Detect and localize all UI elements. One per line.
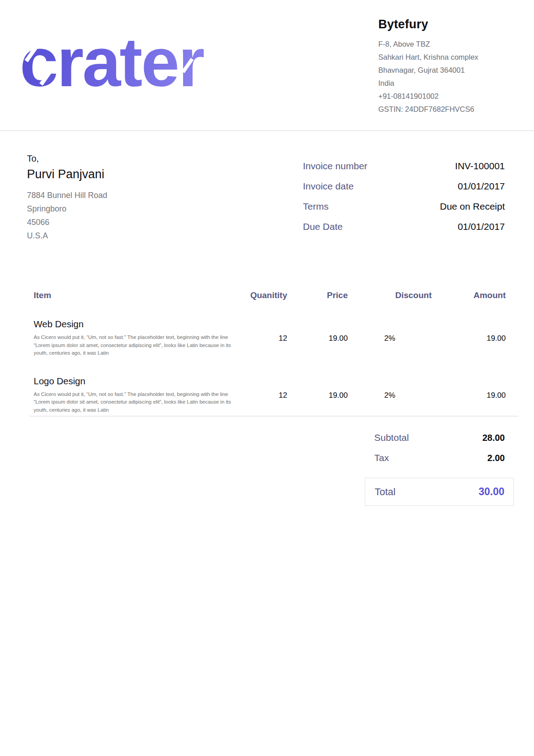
due-date-value: 01/01/2017 [458, 221, 505, 232]
item-amount: 19.00 [432, 317, 506, 357]
crater-logo: crater [20, 28, 204, 97]
invoice-meta: Invoice number INV-100001 Invoice date 0… [303, 161, 505, 242]
subtotal-value: 28.00 [482, 431, 505, 444]
col-header-price: Price [287, 290, 348, 301]
tax-label: Tax [374, 451, 389, 464]
invoice-date-row: Invoice date 01/01/2017 [303, 181, 505, 201]
company-address-line: Sahkari Hart, Krishna complex [378, 51, 478, 64]
col-header-discount: Discount [348, 290, 432, 301]
col-header-item: Item [34, 290, 220, 301]
bill-to-section: To, Purvi Panjvani 7884 Bunnel Hill Road… [27, 153, 107, 242]
customer-name: Purvi Panjvani [27, 166, 107, 182]
customer-address: 7884 Bunnel Hill Road Springboro 45066 U… [27, 189, 107, 242]
total-box: Total 30.00 [365, 478, 514, 506]
invoice-number-row: Invoice number INV-100001 [303, 161, 505, 181]
terms-label: Terms [303, 201, 328, 212]
invoice-page: crater Bytefury F-8, Above TBZ Sahkari H… [0, 0, 534, 756]
item-price: 19.00 [287, 374, 348, 414]
tax-value: 2.00 [487, 452, 505, 465]
item-amount: 19.00 [432, 374, 506, 414]
item-description: As Cicero would put it, “Um, not so fast… [34, 391, 240, 414]
invoice-number-label: Invoice number [303, 161, 368, 171]
col-header-amount: Amount [432, 290, 506, 301]
customer-address-line: 45066 [27, 215, 107, 229]
total-value: 30.00 [478, 486, 504, 498]
terms-row: Terms Due on Receipt [303, 201, 505, 221]
invoice-date-label: Invoice date [303, 181, 354, 192]
item-quantity: 12 [220, 317, 287, 357]
item-name: Logo Design [34, 374, 220, 388]
due-date-row: Due Date 01/01/2017 [303, 221, 505, 242]
company-info: Bytefury F-8, Above TBZ Sahkari Hart, Kr… [378, 16, 478, 116]
invoice-date-value: 01/01/2017 [458, 181, 505, 192]
due-date-label: Due Date [303, 221, 343, 232]
item-quantity: 12 [220, 374, 287, 414]
table-row: Logo Design As Cicero would put it, “Um,… [34, 374, 506, 414]
company-address-line: F-8, Above TBZ [378, 38, 478, 51]
company-address: F-8, Above TBZ Sahkari Hart, Krishna com… [378, 38, 478, 116]
item-discount: 2% [348, 374, 432, 414]
totals-divider [29, 416, 518, 417]
bill-to-label: To, [27, 153, 107, 164]
invoice-number-value: INV-100001 [455, 161, 505, 171]
item-discount: 2% [348, 317, 432, 357]
tax-row: Tax 2.00 [365, 451, 514, 465]
table-row: Web Design As Cicero would put it, “Um, … [34, 317, 506, 357]
items-table: Item Quanitity Price Discount Amount Web… [34, 290, 506, 431]
company-phone: +91-08141901002 [378, 90, 478, 103]
customer-address-line: 7884 Bunnel Hill Road [27, 189, 107, 202]
customer-address-line: Springboro [27, 202, 107, 215]
col-header-quantity: Quanitity [220, 290, 287, 301]
items-table-header: Item Quanitity Price Discount Amount [34, 290, 506, 301]
company-address-line: India [378, 77, 478, 90]
customer-address-line: U.S.A [27, 229, 107, 242]
item-name: Web Design [34, 317, 220, 331]
total-label: Total [375, 486, 395, 498]
company-gstin: GSTIN: 24DDF7682FHVCS6 [378, 103, 478, 116]
company-name: Bytefury [378, 16, 478, 32]
item-price: 19.00 [287, 317, 348, 357]
company-address-line: Bhavnagar, Gujrat 364001 [378, 64, 478, 77]
subtotal-label: Subtotal [374, 431, 409, 444]
item-description: As Cicero would put it, “Um, not so fast… [34, 334, 240, 357]
terms-value: Due on Receipt [440, 201, 505, 212]
invoice-header: crater Bytefury F-8, Above TBZ Sahkari H… [0, 0, 534, 131]
subtotal-row: Subtotal 28.00 [365, 431, 514, 444]
